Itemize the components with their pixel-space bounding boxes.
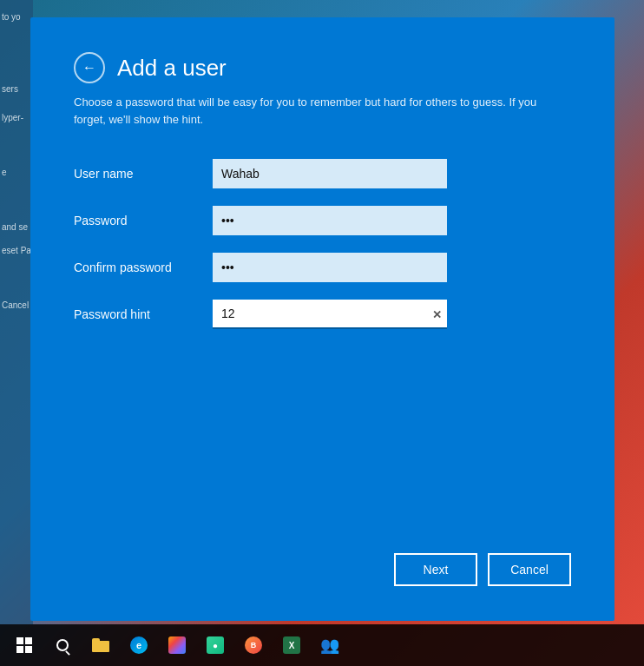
maps-button[interactable]: ● [198, 628, 233, 663]
windows-logo-icon [16, 637, 32, 653]
back-arrow-icon: ← [82, 60, 96, 76]
sidebar-text-and: and se [0, 219, 33, 235]
search-taskbar-button[interactable] [45, 628, 80, 663]
password-hint-row: Password hint ✕ [74, 300, 571, 329]
excel-icon: X [283, 636, 300, 654]
dialog-footer: Next Cancel [74, 536, 571, 586]
username-row: User name [74, 159, 571, 188]
dialog-title: Add a user [117, 55, 227, 82]
password-hint-input-wrap: ✕ [213, 300, 447, 329]
password-input-wrap [213, 206, 447, 235]
sidebar-text-hyper: lyper- [0, 109, 33, 126]
users-icon: 👥 [320, 636, 339, 655]
add-user-dialog: ← Add a user Choose a password that will… [30, 17, 614, 621]
brave-icon: B [245, 636, 262, 654]
cancel-button[interactable]: Cancel [488, 553, 571, 586]
file-explorer-button[interactable] [83, 628, 118, 663]
search-icon [56, 639, 69, 651]
folder-icon [92, 638, 109, 652]
next-button[interactable]: Next [394, 553, 477, 586]
username-label: User name [74, 167, 213, 181]
password-hint-label: Password hint [74, 307, 213, 321]
taskbar: e ● B X 👥 [0, 624, 644, 666]
dialog-subtitle: Choose a password that will be easy for … [74, 94, 571, 128]
username-input-wrap [213, 159, 447, 188]
store-icon [168, 636, 186, 654]
confirm-password-label: Confirm password [74, 260, 213, 274]
password-hint-input[interactable] [213, 300, 447, 329]
sidebar-text-cancel[interactable]: Cancel [0, 297, 33, 313]
confirm-password-input-wrap [213, 253, 447, 282]
password-input[interactable] [213, 206, 447, 235]
confirm-password-row: Confirm password [74, 253, 571, 282]
sidebar-text-users: sers [0, 81, 33, 97]
clear-hint-button[interactable]: ✕ [432, 309, 442, 320]
brave-button[interactable]: B [236, 628, 271, 663]
left-sidebar: to yo sers lyper- e and se eset Pa Cance… [0, 0, 33, 624]
sidebar-text-e: e [0, 164, 33, 181]
excel-button[interactable]: X [274, 628, 309, 663]
users-button[interactable]: 👥 [312, 628, 347, 663]
password-row: Password [74, 206, 571, 235]
sidebar-text-1: to yo [0, 9, 33, 25]
back-button[interactable]: ← [74, 52, 105, 83]
password-label: Password [74, 214, 213, 227]
store-button[interactable] [160, 628, 194, 663]
maps-icon: ● [207, 636, 224, 654]
edge-button[interactable]: e [122, 628, 156, 663]
dialog-header: ← Add a user [74, 52, 571, 83]
confirm-password-input[interactable] [213, 253, 447, 282]
edge-icon: e [130, 636, 148, 654]
form-area: User name Password Confirm password Pass… [74, 159, 571, 536]
sidebar-text-eset: eset Pa [0, 242, 33, 259]
start-button[interactable] [7, 628, 42, 663]
username-input[interactable] [213, 159, 447, 188]
